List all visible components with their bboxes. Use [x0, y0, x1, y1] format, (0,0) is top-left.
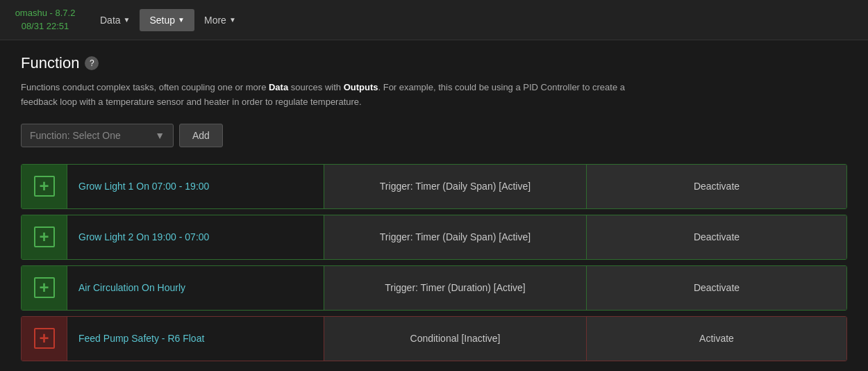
trigger-label-0: Trigger: Timer (Daily Span) [Active]: [380, 181, 531, 192]
deactivate-button-2[interactable]: Deactivate: [586, 266, 846, 310]
select-chevron-icon: ▼: [155, 130, 165, 141]
function-name-1[interactable]: Grow Light 2 On 19:00 - 07:00: [78, 231, 209, 242]
function-list: + Grow Light 1 On 07:00 - 19:00 Trigger:…: [21, 164, 847, 361]
expand-button-0[interactable]: +: [22, 165, 67, 208]
setup-dropdown-icon: ▼: [178, 16, 185, 24]
trigger-label-2: Trigger: Timer (Duration) [Active]: [385, 282, 526, 293]
function-name-3[interactable]: Feed Pump Safety - R6 Float: [78, 333, 204, 344]
navbar: omashu - 8.7.2 08/31 22:51 Data ▼ Setup …: [0, 0, 868, 40]
page-title-row: Function ?: [21, 54, 847, 72]
nav-setup[interactable]: Setup ▼: [140, 9, 194, 31]
nav-data[interactable]: Data ▼: [90, 9, 140, 31]
desc-middle: sources with: [288, 82, 343, 92]
trigger-cell-2: Trigger: Timer (Duration) [Active]: [324, 266, 586, 310]
deactivate-button-1[interactable]: Deactivate: [586, 215, 846, 259]
nav-more[interactable]: More ▼: [194, 9, 246, 31]
function-name-cell-3: Feed Pump Safety - R6 Float: [67, 317, 324, 361]
trigger-label-1: Trigger: Timer (Daily Span) [Active]: [380, 231, 531, 242]
plus-icon-1: +: [34, 226, 55, 247]
function-name-cell-0: Grow Light 1 On 07:00 - 19:00: [67, 165, 324, 208]
desc-prefix: Functions conduct complex tasks, often c…: [21, 82, 269, 92]
plus-icon-3: +: [34, 328, 55, 349]
function-row: + Grow Light 2 On 19:00 - 07:00 Trigger:…: [21, 215, 847, 260]
brand-line1: omashu - 8.7.2: [7, 7, 83, 19]
main-content: Function ? Functions conduct complex tas…: [0, 40, 868, 371]
expand-button-2[interactable]: +: [22, 266, 67, 310]
brand: omashu - 8.7.2 08/31 22:51: [7, 7, 83, 32]
page-title: Function: [21, 54, 79, 72]
function-row: + Air Circulation On Hourly Trigger: Tim…: [21, 265, 847, 311]
expand-button-1[interactable]: +: [22, 215, 67, 259]
deactivate-button-0[interactable]: Deactivate: [586, 165, 846, 208]
function-row: + Grow Light 1 On 07:00 - 19:00 Trigger:…: [21, 164, 847, 209]
trigger-cell-0: Trigger: Timer (Daily Span) [Active]: [324, 165, 586, 208]
function-select-label: Function: Select One: [30, 130, 121, 141]
help-icon[interactable]: ?: [85, 56, 99, 70]
data-dropdown-icon: ▼: [124, 16, 131, 24]
function-select-dropdown[interactable]: Function: Select One ▼: [21, 124, 174, 147]
trigger-cell-1: Trigger: Timer (Daily Span) [Active]: [324, 215, 586, 259]
desc-outputs-bold: Outputs: [344, 82, 378, 92]
function-name-cell-1: Grow Light 2 On 19:00 - 07:00: [67, 215, 324, 259]
trigger-label-3: Conditional [Inactive]: [410, 333, 501, 344]
function-name-2[interactable]: Air Circulation On Hourly: [78, 282, 185, 293]
plus-icon-0: +: [34, 176, 55, 197]
function-name-0[interactable]: Grow Light 1 On 07:00 - 19:00: [78, 181, 209, 192]
brand-line2: 08/31 22:51: [7, 20, 83, 33]
function-name-cell-2: Air Circulation On Hourly: [67, 266, 324, 310]
add-function-row: Function: Select One ▼ Add: [21, 124, 847, 147]
more-dropdown-icon: ▼: [229, 16, 236, 24]
activate-button-3[interactable]: Activate: [586, 317, 846, 361]
plus-icon-2: +: [34, 277, 55, 298]
description: Functions conduct complex tasks, often c…: [21, 81, 646, 110]
function-row-inactive: + Feed Pump Safety - R6 Float Conditiona…: [21, 316, 847, 361]
add-function-button[interactable]: Add: [179, 124, 223, 147]
desc-data-bold: Data: [269, 82, 288, 92]
expand-button-3[interactable]: +: [22, 317, 67, 361]
trigger-cell-3: Conditional [Inactive]: [324, 317, 586, 361]
